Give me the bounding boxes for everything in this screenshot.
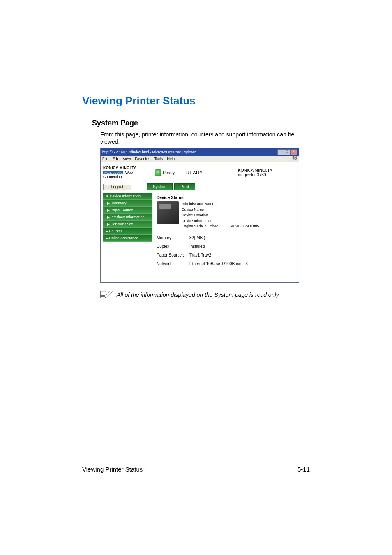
device-location-val [231, 213, 295, 218]
tab-print[interactable]: Print [174, 183, 195, 190]
footer-right: 5-11 [297, 466, 310, 473]
minimize-button[interactable]: _ [277, 149, 284, 155]
note-text: All of the information displayed on the … [117, 291, 280, 298]
browser-content: KONICA MINOLTA PAGE SCOPE Web Connection… [101, 162, 299, 282]
device-information-key: Device Information [182, 218, 227, 224]
status-indicator: Ready [155, 169, 184, 176]
device-information-val [231, 218, 295, 224]
menu-view[interactable]: View [123, 157, 131, 161]
pagescope-badge: PAGE SCOPE [103, 171, 123, 174]
engine-serial-key: Engine Serial Number [182, 224, 227, 229]
sidebar-item-device-information[interactable]: ▼Device Information [103, 193, 152, 200]
sidebar-item-consumables[interactable]: ▶Consumables [103, 221, 152, 228]
status-label: Ready [163, 171, 175, 175]
paper-source-key: Paper Source : [157, 253, 189, 257]
page-title: Viewing Printer Status [82, 95, 310, 107]
window-title: http://192.168.1.2/index.html - Microsof… [102, 150, 196, 154]
admin-name-val [231, 201, 295, 207]
device-name-val [231, 207, 295, 213]
browser-titlebar: http://192.168.1.2/index.html - Microsof… [101, 148, 299, 156]
menu-edit[interactable]: Edit [113, 157, 119, 161]
device-model: magicolor 3730 [238, 173, 272, 177]
browser-window: http://192.168.1.2/index.html - Microsof… [100, 148, 299, 282]
device-name-block: KONICA MINOLTA magicolor 3730 [238, 168, 272, 177]
admin-name-key: Administrator Name [182, 201, 227, 207]
duplex-val: Installed [189, 244, 295, 249]
engine-serial-val: A0VD017901005 [231, 224, 295, 229]
panel-title: Device Status [157, 195, 295, 200]
menu-file[interactable]: File [102, 157, 108, 161]
printer-status-icon [155, 169, 161, 176]
sidebar-item-counter[interactable]: ▶Counter [103, 228, 152, 235]
ready-text: READY [186, 170, 235, 175]
intro-text: From this page, printer information, cou… [100, 131, 310, 146]
browser-menubar: File Edit View Favorites Tools Help 🏁 [101, 156, 299, 162]
ie-flag-icon: 🏁 [292, 156, 298, 162]
device-brand: KONICA MINOLTA [238, 168, 272, 173]
printer-image [157, 201, 179, 224]
maximize-button[interactable]: □ [284, 149, 291, 155]
memory-key: Memory : [157, 236, 189, 240]
menu-tools[interactable]: Tools [154, 157, 163, 161]
sidebar: ▼Device Information ▶Summary ▶Paper Sour… [103, 193, 152, 268]
sidebar-item-interface-information[interactable]: ▶Interface Information [103, 214, 152, 221]
tab-system[interactable]: System [147, 183, 173, 190]
sidebar-item-paper-source[interactable]: ▶Paper Source [103, 207, 152, 214]
device-name-key: Device Name [182, 207, 227, 213]
paper-source-val: Tray1 Tray2 [189, 253, 295, 257]
duplex-key: Duplex : [157, 244, 189, 249]
footer-left: Viewing Printer Status [82, 466, 143, 473]
note-icon [100, 290, 113, 299]
section-subtitle: System Page [92, 119, 310, 127]
menu-favorites[interactable]: Favorites [135, 157, 150, 161]
sidebar-item-online-assistance[interactable]: ▶Online Assistance [103, 235, 152, 242]
brand-block: KONICA MINOLTA PAGE SCOPE Web Connection [103, 166, 152, 179]
content-panel: Device Status Administrator Name Device … [154, 193, 296, 268]
logout-button[interactable]: Logout [103, 184, 131, 190]
brand-name: KONICA MINOLTA [103, 166, 152, 170]
menu-help[interactable]: Help [167, 157, 175, 161]
close-button[interactable]: × [291, 149, 297, 155]
network-key: Network : [157, 261, 189, 266]
sidebar-item-summary[interactable]: ▶Summary [103, 200, 152, 207]
device-location-key: Device Location [182, 213, 227, 218]
footer-divider [82, 464, 310, 464]
memory-val: 32( MB ) [189, 236, 295, 240]
network-val: Ethernet 10Base-T/100Base-TX [189, 261, 295, 266]
